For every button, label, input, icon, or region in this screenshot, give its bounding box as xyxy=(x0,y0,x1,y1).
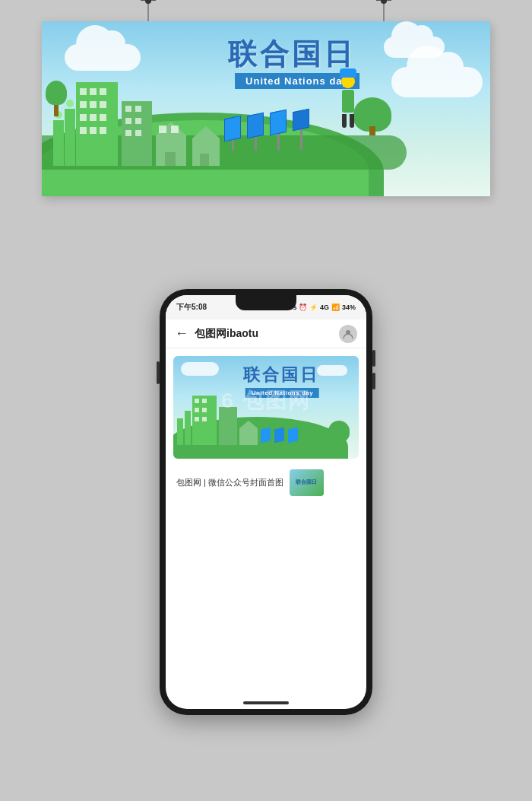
house-left xyxy=(156,122,186,166)
window xyxy=(202,408,207,412)
status-battery: 34% xyxy=(342,304,356,311)
phone-cloud-2 xyxy=(317,365,347,376)
window xyxy=(100,101,106,108)
building-mid xyxy=(122,101,152,166)
chimney-smoke-2 xyxy=(66,100,74,107)
phone-inner: 下午5:08 30.5K/s ⏰ ⚡ 4G 📶 34% ← 包图网ibaotu xyxy=(166,295,366,709)
window xyxy=(195,399,199,403)
solar-panel-4 xyxy=(293,109,309,132)
solar-panel-3 xyxy=(270,110,287,136)
phone-caption-text: 包图网 | 微信公众号封面首图 xyxy=(176,477,283,488)
window xyxy=(100,127,106,134)
solar-stand-1 xyxy=(232,140,234,151)
volume-up-button[interactable] xyxy=(372,350,375,367)
window xyxy=(100,114,106,121)
status-4g: 4G xyxy=(320,304,329,311)
phone-house-roof xyxy=(239,421,258,428)
window xyxy=(80,88,87,95)
window xyxy=(202,417,207,421)
phone-house-body xyxy=(239,428,258,445)
phone-content: 联合国日 United Nations day xyxy=(166,348,366,508)
solar-panel-2 xyxy=(247,113,264,139)
solar-panels xyxy=(224,110,309,151)
figure-legs xyxy=(334,114,361,128)
nav-avatar[interactable] xyxy=(339,325,357,343)
window xyxy=(90,127,97,134)
window xyxy=(80,101,87,108)
phone-house xyxy=(239,421,258,445)
window xyxy=(125,106,131,112)
figure-leg-left xyxy=(342,114,347,128)
phone-caption-logo: 联合国日 xyxy=(290,469,324,496)
chimney-2 xyxy=(65,109,75,166)
phone-nav-bar: ← 包图网ibaotu xyxy=(166,319,366,348)
window xyxy=(159,126,166,133)
phone-solar-3 xyxy=(288,428,298,443)
buildings-group xyxy=(42,59,407,166)
solar-1 xyxy=(224,117,241,151)
solar-4 xyxy=(293,110,309,151)
house-body xyxy=(156,135,186,166)
window xyxy=(195,417,199,421)
power-button[interactable] xyxy=(157,361,160,384)
status-time: 下午5:08 xyxy=(176,302,207,313)
solar-stand-3 xyxy=(277,134,280,151)
person-figure xyxy=(334,75,361,128)
left-hanger xyxy=(141,0,156,21)
figure-leg-right xyxy=(350,114,354,128)
window xyxy=(90,88,97,95)
phone-solar-2 xyxy=(274,428,284,443)
nav-title: 包图网ibaotu xyxy=(195,327,333,341)
house-mid xyxy=(192,126,220,166)
right-hanger xyxy=(376,0,391,21)
banner-inner: 联合国日 United Nations day xyxy=(42,21,490,196)
phone-building-main xyxy=(192,396,217,445)
door xyxy=(165,152,176,166)
window xyxy=(202,399,207,403)
back-button[interactable]: ← xyxy=(175,326,188,342)
phone-building-2 xyxy=(219,407,237,445)
window xyxy=(135,130,141,136)
figure-body xyxy=(342,90,354,113)
phone-banner-title-cn: 联合国日 xyxy=(243,364,319,386)
window xyxy=(135,118,141,124)
phone-home-bar xyxy=(243,701,289,704)
window xyxy=(135,106,141,112)
phone-banner: 联合国日 United Nations day xyxy=(173,356,359,459)
solar-panel-1 xyxy=(224,116,241,142)
phone-chimney-2 xyxy=(185,411,191,445)
phone-banner-title-en: United Nations day xyxy=(245,388,319,398)
status-icons: ⏰ ⚡ xyxy=(299,304,318,311)
tree-top-left xyxy=(46,81,67,105)
phone-solar-panels xyxy=(261,428,298,442)
volume-down-button[interactable] xyxy=(372,373,375,389)
figure-head xyxy=(341,75,355,88)
hanger-line-left xyxy=(147,1,149,21)
window xyxy=(125,118,131,124)
window xyxy=(195,408,199,412)
window xyxy=(100,88,106,95)
tree-left xyxy=(46,81,67,116)
figure-hat xyxy=(340,68,356,78)
hanger-clip-right xyxy=(376,0,391,1)
house-body-mid xyxy=(192,138,220,166)
phone-solar-1 xyxy=(261,428,271,443)
window xyxy=(90,114,97,121)
phone-right-tree xyxy=(328,421,350,442)
building-main-left xyxy=(76,82,118,166)
tree-trunk-left xyxy=(54,105,59,116)
chimney-1 xyxy=(53,120,64,166)
door xyxy=(200,154,209,166)
phone-tree-top xyxy=(328,421,350,442)
phone-chimney-1 xyxy=(177,418,183,445)
solar-stand-2 xyxy=(255,137,257,151)
window xyxy=(80,114,87,121)
phone-outer: 下午5:08 30.5K/s ⏰ ⚡ 4G 📶 34% ← 包图网ibaotu xyxy=(160,289,372,715)
window xyxy=(80,127,87,134)
top-banner-container: 联合国日 United Nations day xyxy=(42,21,490,196)
window xyxy=(90,101,97,108)
house-roof-mid xyxy=(192,126,220,138)
solar-3 xyxy=(270,111,287,151)
solar-2 xyxy=(247,114,264,151)
hanger-clip-left xyxy=(141,0,156,1)
